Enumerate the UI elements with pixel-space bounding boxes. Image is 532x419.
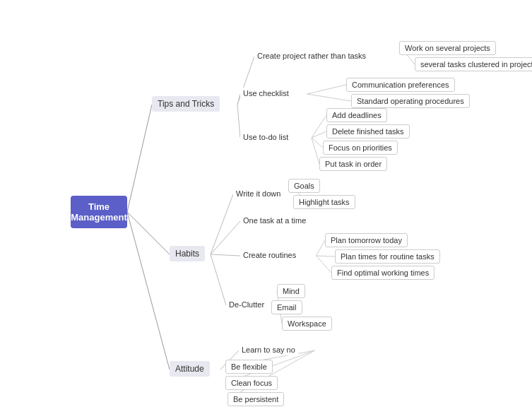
page-title bbox=[0, 0, 532, 13]
svg-line-15 bbox=[312, 115, 326, 138]
svg-line-9 bbox=[211, 254, 226, 305]
mid-routines: Create routines bbox=[240, 249, 299, 261]
leaf-node: Delete finished tasks bbox=[326, 124, 410, 138]
leaf-node: Email bbox=[271, 300, 302, 314]
svg-line-13 bbox=[307, 85, 347, 94]
svg-line-17 bbox=[312, 138, 323, 148]
mid-checklist: Use checklist bbox=[240, 88, 292, 99]
leaf-node: Put task in order bbox=[319, 157, 387, 171]
leaf-node: Be persistent bbox=[227, 392, 284, 406]
branch-tips: Tips and Tricks bbox=[152, 96, 220, 112]
svg-line-16 bbox=[312, 131, 326, 138]
svg-line-0 bbox=[127, 105, 152, 212]
mid-todo: Use to-do list bbox=[240, 131, 291, 143]
mid-learnsayno: Learn to say no bbox=[239, 344, 298, 355]
branch-habits: Habits bbox=[170, 246, 205, 261]
leaf-node: Mind bbox=[277, 284, 305, 298]
svg-line-7 bbox=[211, 221, 240, 254]
mid-cptasks: Create project rather than tasks bbox=[254, 50, 369, 61]
svg-line-12 bbox=[408, 57, 415, 64]
leaf-node: Plan tomorrow today bbox=[325, 233, 408, 247]
leaf-node: Focus on priorities bbox=[323, 141, 398, 155]
leaf-node: Find optimal working times bbox=[331, 266, 435, 280]
leaf-node: Communication preferences bbox=[346, 78, 455, 92]
svg-line-8 bbox=[211, 254, 240, 256]
leaf-node: Be flexible bbox=[225, 360, 273, 374]
svg-line-6 bbox=[211, 194, 233, 254]
leaf-node: Goals bbox=[288, 179, 320, 193]
leaf-node: several tasks clustered in projects bbox=[415, 57, 532, 71]
leaf-node: Highlight tasks bbox=[293, 195, 355, 209]
svg-line-23 bbox=[317, 256, 332, 273]
leaf-node: Add deadlines bbox=[326, 108, 387, 122]
svg-line-1 bbox=[127, 212, 170, 254]
svg-line-2 bbox=[127, 212, 170, 370]
svg-line-18 bbox=[312, 138, 319, 164]
leaf-node: Workspace bbox=[282, 317, 332, 331]
branch-attitude: Attitude bbox=[170, 361, 210, 377]
leaf-node: Clean focus bbox=[225, 376, 278, 390]
svg-line-22 bbox=[317, 256, 336, 256]
mid-onetask: One task at a time bbox=[240, 215, 309, 226]
mid-declutter: De-Clutter bbox=[226, 299, 267, 310]
svg-line-21 bbox=[317, 240, 326, 256]
leaf-node: Standard operating procedures bbox=[351, 94, 470, 108]
center-node: Time Management bbox=[71, 196, 127, 228]
mid-writeitdown: Write it down bbox=[233, 188, 283, 199]
leaf-node: Work on several projects bbox=[399, 41, 496, 55]
svg-line-14 bbox=[307, 94, 352, 101]
leaf-node: Plan times for routine tasks bbox=[335, 249, 440, 264]
